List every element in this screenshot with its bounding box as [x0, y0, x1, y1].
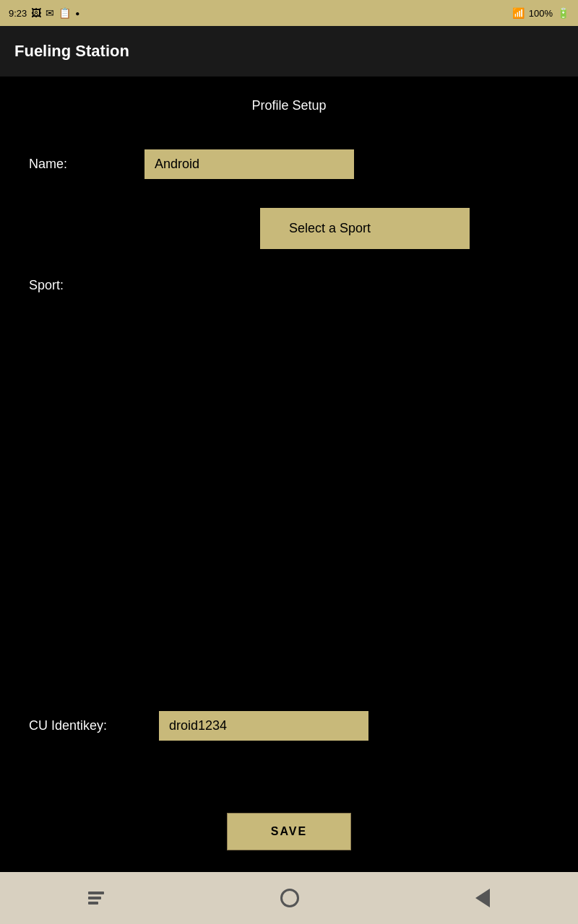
page-title: Profile Setup [251, 98, 326, 113]
status-bar-left: 9:23 🖼 ✉ 📋 ● [9, 7, 79, 19]
sport-row: Sport: [29, 278, 549, 293]
status-bar-right: 📶 100% 🔋 [512, 7, 569, 19]
name-label: Name: [29, 157, 144, 172]
dot-icon: ● [75, 9, 79, 17]
app-bar: Fueling Station [0, 26, 578, 77]
main-content: Profile Setup Name: Select a Sport Sport… [0, 77, 578, 872]
save-button[interactable]: SAVE [227, 813, 351, 850]
back-button[interactable] [475, 889, 490, 907]
cu-identikey-label: CU Identikey: [29, 718, 159, 733]
nav-bar [0, 872, 578, 924]
status-bar: 9:23 🖼 ✉ 📋 ● 📶 100% 🔋 [0, 0, 578, 26]
sport-label: Sport: [29, 278, 144, 293]
wifi-icon: 📶 [512, 7, 525, 19]
name-input[interactable] [144, 149, 354, 179]
status-time: 9:23 [9, 8, 27, 19]
battery-text: 100% [529, 8, 553, 19]
app-title: Fueling Station [14, 42, 129, 61]
cu-identikey-row: CU Identikey: [29, 711, 549, 741]
email-icon: ✉ [46, 7, 54, 19]
sim-icon: 📋 [59, 7, 71, 19]
name-row: Name: [29, 149, 549, 179]
home-button[interactable] [280, 889, 299, 907]
select-sport-button[interactable]: Select a Sport [260, 208, 470, 249]
gallery-icon: 🖼 [31, 7, 41, 19]
select-sport-wrapper: Select a Sport [29, 208, 549, 263]
cu-identikey-input[interactable] [159, 711, 368, 741]
battery-icon: 🔋 [557, 7, 569, 19]
recents-button[interactable] [88, 892, 104, 905]
